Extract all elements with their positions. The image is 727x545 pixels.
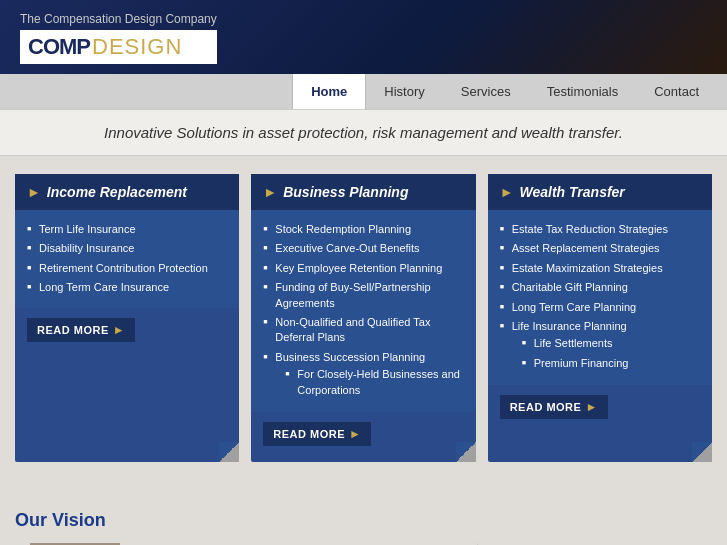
list-item: Executive Carve-Out Benefits	[263, 239, 463, 258]
card-arrow-icon: ►	[27, 184, 41, 200]
read-more-label: READ MORE	[37, 324, 109, 336]
card-arrow-icon: ►	[263, 184, 277, 200]
card-wealth-transfer: ► Wealth Transfer Estate Tax Reduction S…	[488, 174, 712, 462]
header: The Compensation Design Company COMPDESI…	[0, 0, 727, 74]
list-item: Life Settlements	[522, 334, 700, 353]
list-item: Life Insurance Planning Life Settlements…	[500, 317, 700, 375]
card-body-income: Term Life Insurance Disability Insurance…	[15, 210, 239, 308]
logo-box: COMPDESIGN	[20, 30, 217, 64]
read-more-arrow-icon: ►	[349, 427, 361, 441]
list-item: Retirement Contribution Protection	[27, 259, 227, 278]
list-item: Estate Maximization Strategies	[500, 259, 700, 278]
list-item: Asset Replacement Strategies	[500, 239, 700, 258]
our-vision-section: Our Vision Our purpose is to leverage ou…	[0, 500, 727, 545]
card-header-business: ► Business Planning	[251, 174, 475, 210]
read-more-income-button[interactable]: READ MORE ►	[27, 318, 135, 342]
read-more-label: READ MORE	[510, 401, 582, 413]
income-list: Term Life Insurance Disability Insurance…	[27, 220, 227, 298]
main-content: ► Income Replacement Term Life Insurance…	[0, 156, 727, 500]
read-more-label: READ MORE	[273, 428, 345, 440]
read-more-business-button[interactable]: READ MORE ►	[263, 422, 371, 446]
card-body-business: Stock Redemption Planning Executive Carv…	[251, 210, 475, 412]
list-item: Non-Qualified and Qualified Tax Deferral…	[263, 313, 463, 348]
business-list: Stock Redemption Planning Executive Carv…	[263, 220, 463, 402]
card-business-planning: ► Business Planning Stock Redemption Pla…	[251, 174, 475, 462]
nav-testimonials[interactable]: Testimonials	[529, 74, 637, 109]
read-more-arrow-icon: ►	[585, 400, 597, 414]
card-arrow-icon: ►	[500, 184, 514, 200]
list-item: Stock Redemption Planning	[263, 220, 463, 239]
logo-comp: COMP	[28, 34, 90, 60]
wealth-list: Estate Tax Reduction Strategies Asset Re…	[500, 220, 700, 375]
card-body-wealth: Estate Tax Reduction Strategies Asset Re…	[488, 210, 712, 385]
nav: Home History Services Testimonials Conta…	[0, 74, 727, 109]
cards-row: ► Income Replacement Term Life Insurance…	[15, 174, 712, 462]
card-title-business: Business Planning	[283, 184, 408, 200]
tagline: The Compensation Design Company	[20, 12, 217, 26]
card-income-replacement: ► Income Replacement Term Life Insurance…	[15, 174, 239, 462]
read-more-wealth-button[interactable]: READ MORE ►	[500, 395, 608, 419]
read-more-arrow-icon: ►	[113, 323, 125, 337]
card-title-wealth: Wealth Transfer	[520, 184, 625, 200]
list-item: Long Term Care Insurance	[27, 278, 227, 297]
our-vision-title: Our Vision	[15, 510, 712, 531]
tagline-text: Innovative Solutions in asset protection…	[104, 124, 623, 141]
nav-services[interactable]: Services	[443, 74, 529, 109]
nav-history[interactable]: History	[366, 74, 442, 109]
list-item: Term Life Insurance	[27, 220, 227, 239]
list-item: Charitable Gift Planning	[500, 278, 700, 297]
card-header-wealth: ► Wealth Transfer	[488, 174, 712, 210]
list-item: Long Term Care Planning	[500, 298, 700, 317]
list-item: Premium Financing	[522, 354, 700, 373]
nav-contact[interactable]: Contact	[636, 74, 717, 109]
card-title-income: Income Replacement	[47, 184, 187, 200]
nav-home[interactable]: Home	[292, 74, 366, 109]
list-item: For Closely-Held Businesses and Corporat…	[285, 365, 463, 400]
logo-design: DESIGN	[92, 34, 182, 60]
list-item: Funding of Buy-Sell/Partnership Agreemen…	[263, 278, 463, 313]
list-item: Disability Insurance	[27, 239, 227, 258]
business-sub-list: For Closely-Held Businesses and Corporat…	[275, 365, 463, 400]
logo-area: The Compensation Design Company COMPDESI…	[20, 12, 217, 64]
list-item: Estate Tax Reduction Strategies	[500, 220, 700, 239]
card-header-income: ► Income Replacement	[15, 174, 239, 210]
list-item: Key Employee Retention Planning	[263, 259, 463, 278]
list-item: Business Succession Planning For Closely…	[263, 348, 463, 402]
wealth-sub-list: Life Settlements Premium Financing	[512, 334, 700, 373]
tagline-banner: Innovative Solutions in asset protection…	[0, 109, 727, 156]
